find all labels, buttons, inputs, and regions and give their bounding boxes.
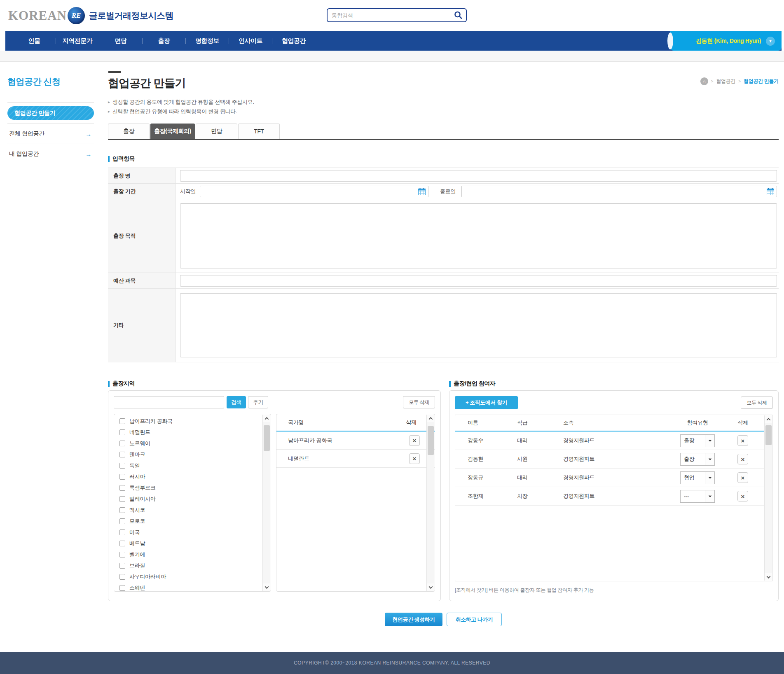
home-icon[interactable]: ⌂ bbox=[700, 77, 708, 85]
country-list-item[interactable]: 브라질 bbox=[114, 560, 271, 571]
logo[interactable]: KOREAN RE 글로벌거래정보시스템 bbox=[8, 7, 173, 25]
chevron-down-icon[interactable]: ▼ bbox=[766, 37, 775, 46]
country-list-item[interactable]: 멕시코 bbox=[114, 504, 271, 515]
country-label: 독일 bbox=[129, 462, 140, 469]
delete-participant-button[interactable]: × bbox=[737, 491, 748, 501]
purpose-textarea[interactable] bbox=[180, 203, 777, 268]
scroll-thumb[interactable] bbox=[264, 425, 270, 451]
region-search-input[interactable] bbox=[114, 396, 224, 408]
country-checkbox[interactable] bbox=[119, 518, 125, 524]
scroll-track[interactable] bbox=[427, 422, 434, 583]
nav-item-7[interactable]: 협업공간 bbox=[272, 37, 315, 45]
scroll-thumb[interactable] bbox=[765, 425, 772, 445]
breadcrumb-item[interactable]: 협업공간 만들기 bbox=[744, 78, 779, 85]
country-list-item[interactable]: 말레이시아 bbox=[114, 493, 271, 504]
scroll-track[interactable] bbox=[263, 422, 270, 583]
country-checkbox[interactable] bbox=[119, 463, 125, 469]
tab-4[interactable]: TFT bbox=[238, 124, 280, 139]
scrollbar[interactable] bbox=[426, 415, 434, 591]
breadcrumb-item[interactable]: 협업공간 bbox=[716, 78, 735, 85]
country-list-item[interactable]: 독일 bbox=[114, 460, 271, 471]
country-list-item[interactable]: 남아프리카 공화국 bbox=[114, 415, 271, 427]
country-checkbox[interactable] bbox=[119, 529, 125, 535]
search-input[interactable] bbox=[332, 12, 454, 19]
country-list-item[interactable]: 룩셈부르크 bbox=[114, 482, 271, 493]
sidebar-item-create-space-active[interactable]: 협업공간 만들기 bbox=[7, 106, 94, 120]
scroll-down-icon[interactable] bbox=[427, 583, 434, 591]
country-checkbox[interactable] bbox=[119, 429, 125, 435]
delete-country-button[interactable]: × bbox=[409, 435, 420, 446]
create-space-button[interactable]: 협업공간 생성하기 bbox=[385, 613, 442, 626]
country-checkbox[interactable] bbox=[119, 563, 125, 569]
country-checkbox[interactable] bbox=[119, 585, 125, 591]
nav-item-4[interactable]: 출장 bbox=[143, 37, 185, 45]
calendar-icon[interactable] bbox=[418, 187, 426, 196]
country-checkbox[interactable] bbox=[119, 496, 125, 502]
country-list-item[interactable]: 덴마크 bbox=[114, 449, 271, 460]
user-menu[interactable]: 김동현 (Kim, Dong Hyun) ▼ bbox=[670, 31, 782, 51]
participants-delete-all-button[interactable]: 모두 삭제 bbox=[741, 396, 773, 409]
scroll-up-icon[interactable] bbox=[427, 415, 434, 422]
country-list-item[interactable]: 노르웨이 bbox=[114, 438, 271, 449]
delete-participant-button[interactable]: × bbox=[737, 472, 748, 483]
participation-type-select[interactable]: 협업 bbox=[680, 471, 715, 484]
country-list-item[interactable]: 베트남 bbox=[114, 538, 271, 549]
scroll-up-icon[interactable] bbox=[765, 415, 772, 423]
participation-type-select[interactable]: --- bbox=[680, 490, 715, 503]
country-list-item[interactable]: 러시아 bbox=[114, 471, 271, 482]
sidebar-item-2[interactable]: 내 협업공간→ bbox=[7, 144, 94, 164]
tab-1[interactable]: 출장 bbox=[108, 124, 150, 139]
tab-2[interactable]: 출장(국제회의) bbox=[150, 124, 195, 139]
country-list-item[interactable]: 네덜란드 bbox=[114, 427, 271, 438]
country-checkbox[interactable] bbox=[119, 541, 125, 546]
country-list-item[interactable]: 사우디아라비아 bbox=[114, 571, 271, 582]
country-list-item[interactable]: 스웨덴 bbox=[114, 582, 271, 592]
nav-item-2[interactable]: 지역전문가 bbox=[56, 37, 99, 45]
participation-type-select[interactable]: 출장 bbox=[680, 434, 715, 447]
delete-country-button[interactable]: × bbox=[409, 453, 420, 464]
cancel-exit-button[interactable]: 취소하고 나가기 bbox=[447, 613, 502, 626]
calendar-icon[interactable] bbox=[766, 187, 775, 196]
country-checkbox[interactable] bbox=[119, 452, 125, 457]
participant-rank: 대리 bbox=[517, 474, 563, 481]
delete-participant-button[interactable]: × bbox=[737, 454, 748, 464]
nav-item-3[interactable]: 면담 bbox=[99, 37, 142, 45]
scroll-down-icon[interactable] bbox=[765, 573, 772, 581]
scrollbar[interactable] bbox=[262, 415, 270, 591]
etc-textarea[interactable] bbox=[180, 293, 777, 357]
section-title: 입력항목 bbox=[112, 155, 135, 163]
country-checkbox[interactable] bbox=[119, 574, 125, 580]
start-date-input[interactable] bbox=[200, 186, 418, 197]
search-icon[interactable] bbox=[454, 11, 463, 20]
country-checkbox[interactable] bbox=[119, 474, 125, 480]
end-date-input[interactable] bbox=[462, 186, 766, 197]
country-checkbox[interactable] bbox=[119, 507, 125, 513]
scroll-thumb[interactable] bbox=[428, 426, 434, 455]
scrollbar[interactable] bbox=[764, 415, 772, 581]
nav-item-6[interactable]: 인사이트 bbox=[229, 37, 272, 45]
country-list-item[interactable]: 모로코 bbox=[114, 515, 271, 527]
country-checkbox[interactable] bbox=[119, 418, 125, 424]
region-search-button[interactable]: 검색 bbox=[227, 396, 246, 408]
scroll-track[interactable] bbox=[765, 423, 772, 573]
budget-input[interactable] bbox=[180, 275, 777, 287]
country-checkbox[interactable] bbox=[119, 485, 125, 491]
region-add-button[interactable]: 추가 bbox=[248, 396, 268, 408]
country-list-item[interactable]: 미국 bbox=[114, 527, 271, 538]
country-checkbox[interactable] bbox=[119, 552, 125, 557]
tab-3[interactable]: 면담 bbox=[196, 124, 237, 139]
nav-item-1[interactable]: 인물 bbox=[13, 37, 56, 45]
country-label: 러시아 bbox=[129, 473, 145, 480]
country-label: 사우디아라비아 bbox=[129, 573, 166, 581]
sidebar-item-1[interactable]: 전체 협업공간→ bbox=[7, 124, 94, 144]
trip-name-input[interactable] bbox=[180, 170, 777, 182]
find-in-orgchart-button[interactable]: + 조직도에서 찾기 bbox=[455, 396, 518, 409]
scroll-up-icon[interactable] bbox=[263, 415, 270, 422]
country-checkbox[interactable] bbox=[119, 441, 125, 446]
nav-item-5[interactable]: 명함정보 bbox=[186, 37, 229, 45]
scroll-down-icon[interactable] bbox=[263, 583, 270, 591]
delete-participant-button[interactable]: × bbox=[737, 435, 748, 446]
country-list-item[interactable]: 벨기에 bbox=[114, 549, 271, 560]
participation-type-select[interactable]: 출장 bbox=[680, 453, 715, 466]
region-delete-all-button[interactable]: 모두 삭제 bbox=[403, 396, 435, 408]
